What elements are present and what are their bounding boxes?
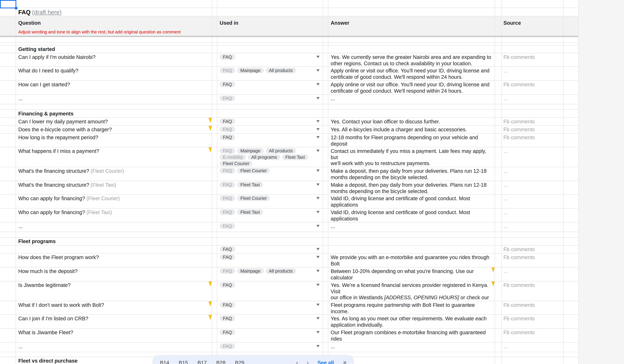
chevron-down-icon[interactable] <box>316 331 319 334</box>
cell[interactable] <box>564 301 579 314</box>
cell[interactable] <box>328 232 495 237</box>
cell[interactable] <box>212 254 217 267</box>
used-in-cell[interactable]: FAQ <box>217 281 323 301</box>
cell[interactable] <box>564 281 579 301</box>
cell[interactable] <box>0 81 16 94</box>
question-cell[interactable]: What happens if I miss a payment? <box>16 147 212 167</box>
selected-cell-outline[interactable] <box>0 0 16 8</box>
used-in-chip[interactable]: Fleet Taxi <box>237 209 263 215</box>
cell[interactable] <box>212 104 217 109</box>
question-cell[interactable]: Is Jiwambe legitimate? <box>16 281 212 301</box>
cell[interactable] <box>323 37 328 42</box>
cell[interactable] <box>0 126 16 133</box>
cell[interactable] <box>323 43 328 45</box>
cell[interactable] <box>502 232 563 237</box>
source-cell[interactable]: ... <box>502 208 563 222</box>
chevron-down-icon[interactable] <box>316 69 319 72</box>
used-in-chip[interactable]: FAQ <box>220 168 235 174</box>
used-in-chip[interactable]: FAQ <box>220 54 235 60</box>
cell[interactable] <box>495 167 502 181</box>
section-title-cell[interactable]: Financing & payments <box>16 110 212 117</box>
cell[interactable] <box>0 8 16 16</box>
cell[interactable] <box>564 104 579 109</box>
cell[interactable] <box>0 301 16 314</box>
cell[interactable] <box>564 81 579 94</box>
source-cell[interactable]: ... <box>502 167 563 181</box>
cell[interactable] <box>323 167 328 181</box>
answer-cell[interactable]: Yes. We currently serve the greater Nair… <box>328 53 495 66</box>
used-in-cell[interactable]: FAQ <box>217 254 323 267</box>
cell[interactable] <box>564 238 579 245</box>
cell[interactable] <box>502 357 563 364</box>
chevron-down-icon[interactable] <box>316 120 319 123</box>
used-in-chip[interactable]: All products <box>266 68 296 73</box>
cell[interactable] <box>16 232 212 237</box>
cell[interactable] <box>0 67 16 80</box>
next-comment-icon[interactable]: › <box>307 360 309 364</box>
cell[interactable] <box>212 53 217 66</box>
sheet-title-cell[interactable]: FAQ (draft here) <box>16 8 212 16</box>
cell[interactable] <box>323 208 328 222</box>
cell[interactable] <box>212 329 217 342</box>
source-cell[interactable]: ... <box>502 343 563 352</box>
used-in-cell[interactable]: FAQ <box>217 53 323 66</box>
cell[interactable] <box>323 67 328 80</box>
cell[interactable] <box>212 16 217 36</box>
cell[interactable] <box>323 232 328 237</box>
cell[interactable] <box>564 8 579 16</box>
cell[interactable] <box>564 246 579 253</box>
chevron-down-icon[interactable] <box>316 183 319 186</box>
cell[interactable] <box>323 147 328 167</box>
used-in-chip[interactable]: All products <box>266 148 296 154</box>
used-in-chip[interactable]: Mainpage <box>237 148 264 154</box>
cell[interactable] <box>16 43 212 45</box>
cell[interactable] <box>212 195 217 208</box>
cell[interactable] <box>564 147 579 167</box>
cell[interactable] <box>0 104 16 109</box>
cell[interactable] <box>495 329 502 342</box>
cell[interactable] <box>323 118 328 125</box>
cell[interactable] <box>323 8 328 16</box>
cell[interactable] <box>0 167 16 181</box>
cell[interactable] <box>495 254 502 267</box>
source-cell[interactable]: Fb comments <box>502 254 563 267</box>
used-in-cell[interactable]: FAQ <box>217 134 323 147</box>
section-title-cell[interactable]: Fleet programs <box>16 238 212 245</box>
cell[interactable] <box>495 45 502 53</box>
used-in-chip[interactable]: FAQ <box>220 316 235 321</box>
chevron-down-icon[interactable] <box>316 256 319 258</box>
cell[interactable] <box>323 45 328 53</box>
question-header-cell[interactable]: Question Adjust wording and tone to alig… <box>16 16 212 36</box>
used-in-cell[interactable]: FAQMainpageAll productsE-mobilityAll pro… <box>217 147 323 167</box>
cell[interactable] <box>212 81 217 94</box>
question-cell[interactable]: How does the Fleet program work? <box>16 254 212 267</box>
cell[interactable] <box>323 16 328 36</box>
source-cell[interactable]: Fb comments <box>502 134 563 147</box>
answer-cell[interactable]: ... <box>328 222 495 232</box>
answer-cell[interactable]: Yes. Contact your loan officer to discus… <box>328 118 495 125</box>
cell[interactable] <box>328 352 495 357</box>
cell[interactable] <box>212 126 217 133</box>
answer-cell[interactable]: 12-18 months for Fleet programs dependin… <box>328 134 495 147</box>
source-cell[interactable]: Fb comments <box>502 53 563 66</box>
cell[interactable] <box>217 238 323 245</box>
used-in-chip[interactable]: All products <box>266 268 296 274</box>
cell[interactable] <box>495 37 502 42</box>
cell[interactable] <box>323 95 328 104</box>
used-in-chip[interactable]: Fleet Taxi <box>282 155 308 160</box>
used-in-chip[interactable]: Mainpage <box>237 68 264 73</box>
cell[interactable] <box>0 134 16 147</box>
cell[interactable] <box>495 246 502 253</box>
cell[interactable] <box>323 53 328 66</box>
chevron-down-icon[interactable] <box>316 150 319 152</box>
cell[interactable] <box>328 110 495 117</box>
used-in-cell[interactable]: FAQ <box>217 222 323 232</box>
source-cell[interactable]: Fb comments <box>502 301 563 314</box>
cell[interactable] <box>495 126 502 133</box>
answer-cell[interactable]: Yes. All e-bicycles include a charger an… <box>328 126 495 133</box>
used-in-chip[interactable]: FAQ <box>220 302 235 308</box>
cell[interactable] <box>502 110 563 117</box>
used-in-cell[interactable]: FAQ <box>217 118 323 125</box>
used-in-cell[interactable]: FAQMainpageAll products <box>217 267 323 281</box>
question-cell[interactable]: What is Jiwambe Fleet? <box>16 329 212 342</box>
